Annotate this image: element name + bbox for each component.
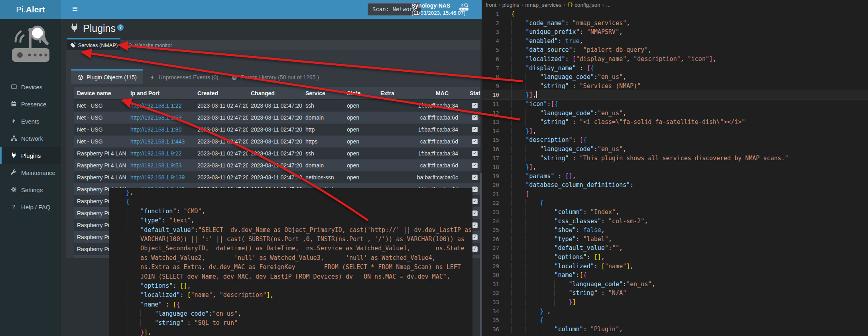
table-row[interactable]: Net - USGhttp://192.168.1.1:802023-03-11… bbox=[74, 124, 480, 136]
code-line[interactable]: 20 "database_column_definitions": bbox=[482, 181, 868, 190]
breadcrumb-item-nmap-services[interactable]: nmap_services bbox=[525, 2, 561, 8]
code-line[interactable]: 7 "display_name" : [{ bbox=[482, 64, 868, 73]
brand-logo[interactable]: Pi.Alert bbox=[0, 0, 61, 19]
tab-events-history[interactable]: Events History (50 out of 1265 ) bbox=[225, 69, 325, 84]
help-badge[interactable]: ? bbox=[117, 24, 124, 31]
breadcrumb-item-config-json[interactable]: {}config.json bbox=[567, 2, 600, 8]
code-line[interactable]: 15 "description": [{ bbox=[482, 136, 868, 145]
table-row[interactable]: Raspberry Pi 4 LANhttp://192.168.1.9:532… bbox=[74, 159, 480, 171]
cell-state: open bbox=[344, 138, 378, 145]
code-line[interactable]: 6 "localized": ["display_name", "descrip… bbox=[482, 55, 868, 64]
ip-port-link[interactable]: http://192.168.1.1:443 bbox=[130, 138, 185, 145]
code-line[interactable]: 26 "type": "label", bbox=[482, 235, 868, 244]
table-row[interactable]: Raspberry Pi 4 LANhttp://192.168.1.9:222… bbox=[74, 147, 480, 159]
table-row[interactable]: Net - USGhttp://192.168.1.1:4432023-03-1… bbox=[74, 136, 480, 147]
tab-website-monitor[interactable]: Website monitor bbox=[120, 40, 178, 51]
code-line[interactable]: 28 "options": [], bbox=[482, 253, 868, 262]
tab-plugin-objects[interactable]: Plugin Objects (115) bbox=[71, 69, 143, 84]
ip-port-link[interactable]: http://192.168.1.1:53 bbox=[130, 114, 181, 121]
line-number: 18 bbox=[482, 163, 499, 172]
code-line[interactable]: 32 "string" : "N/A" bbox=[482, 289, 868, 298]
code-line[interactable]: 8 "language_code":"en_us", bbox=[482, 73, 868, 82]
code-line[interactable]: 33 }] bbox=[482, 298, 868, 307]
code-line[interactable]: 13 "string" : "<i class=\"fa-solid fa-sa… bbox=[482, 118, 868, 127]
code-line[interactable]: 35 { bbox=[482, 316, 868, 325]
status-checkbox[interactable] bbox=[472, 115, 478, 120]
status-checkbox[interactable] bbox=[472, 139, 478, 144]
status-checkbox[interactable] bbox=[472, 175, 478, 180]
code-line[interactable]: 14 }], bbox=[482, 127, 868, 136]
code-line[interactable]: 34 } , bbox=[482, 307, 868, 316]
code-line[interactable]: 4 "enabled": true, bbox=[482, 37, 868, 46]
code-line[interactable]: 3 "unique_prefix": "NMAPSRV", bbox=[482, 28, 868, 37]
table-row[interactable]: Net - USGhttp://192.168.1.1:532023-03-11… bbox=[74, 112, 480, 124]
status-checkbox[interactable] bbox=[472, 103, 478, 108]
status-checkbox[interactable] bbox=[472, 222, 478, 228]
sidebar-item-label: Maintenance bbox=[21, 169, 55, 176]
status-checkbox[interactable] bbox=[472, 127, 478, 132]
router-scan-icon[interactable] bbox=[459, 3, 469, 13]
code-line[interactable]: 5 "data_source": "pialert-db-query", bbox=[482, 45, 868, 55]
vscode-editor[interactable]: front›plugins›nmap_services›{}config.jso… bbox=[482, 0, 868, 336]
status-checkbox[interactable] bbox=[472, 163, 478, 168]
code-line[interactable]: 1{ bbox=[482, 10, 868, 19]
ip-port-link[interactable]: http://192.168.1.9:53 bbox=[130, 162, 181, 169]
ip-port-link[interactable]: http://192.168.1.1:80 bbox=[130, 126, 181, 133]
breadcrumb-item-[interactable]: ... bbox=[606, 2, 610, 8]
sidebar-item-events[interactable]: Events bbox=[0, 113, 61, 130]
sidebar-item-maintenance[interactable]: Maintenance bbox=[0, 164, 61, 181]
code-line[interactable]: 21 [ bbox=[482, 190, 868, 199]
code-line[interactable]: 30 "name":[{ bbox=[482, 271, 868, 280]
sidebar-item-help-faq[interactable]: ?Help / FAQ bbox=[0, 198, 61, 216]
code-line[interactable]: 36 "column": "Plugin", bbox=[482, 325, 868, 334]
table-row[interactable]: Raspberry Pi 4 LANhttp://192.168.1.9:139… bbox=[74, 171, 480, 183]
ip-port-link[interactable]: http://192.168.1.1:22 bbox=[130, 102, 181, 109]
column-header-ip-and-port[interactable]: Ip and Port bbox=[128, 90, 195, 96]
breadcrumb-item-front[interactable]: front bbox=[486, 2, 496, 8]
breadcrumb-item-plugins[interactable]: plugins bbox=[502, 2, 520, 8]
code-line[interactable]: 19 "params" : [], bbox=[482, 172, 868, 181]
code-line[interactable]: 24 "css_classes": "col-sm-2", bbox=[482, 217, 868, 226]
column-header-mac[interactable]: MAC bbox=[409, 90, 460, 96]
code-line[interactable]: 16 "language_code":"en_us", bbox=[482, 145, 868, 154]
code-line[interactable]: 29 "localized": ["name"], bbox=[482, 262, 868, 271]
status-checkbox[interactable] bbox=[472, 246, 478, 252]
code-line[interactable]: 18 }], bbox=[482, 163, 868, 172]
column-header-state[interactable]: State bbox=[344, 90, 378, 96]
status-checkbox[interactable] bbox=[472, 210, 478, 216]
code-line[interactable]: 27 "default_value":"", bbox=[482, 244, 868, 253]
code-line[interactable]: 31 "language_code":"en_us", bbox=[482, 280, 868, 289]
status-checkbox[interactable] bbox=[472, 234, 478, 240]
sidebar-item-presence[interactable]: Presence bbox=[0, 96, 61, 113]
code-line[interactable]: 25 "show": false, bbox=[482, 226, 868, 235]
sidebar-item-network[interactable]: Network bbox=[0, 130, 61, 147]
sidebar-item-plugins[interactable]: Plugins bbox=[0, 147, 61, 164]
cell-created: 2023-03-11 02:47:20 bbox=[195, 138, 248, 145]
code-line[interactable]: 17 "string" : "This plugin shows all ser… bbox=[482, 154, 868, 163]
column-header-device-name[interactable]: Device name bbox=[74, 90, 128, 96]
column-header-changed[interactable]: Changed bbox=[248, 90, 303, 96]
column-header-service[interactable]: Service bbox=[303, 90, 344, 96]
ip-port-link[interactable]: http://192.168.1.9:22 bbox=[130, 150, 181, 157]
code-line[interactable]: 11 "icon":[{ bbox=[482, 100, 868, 109]
code-line[interactable]: 12 "language_code":"en_us", bbox=[482, 109, 868, 118]
code-line[interactable]: 10 }], bbox=[482, 90, 868, 100]
hamburger-menu-icon[interactable]: ≡ bbox=[66, 0, 84, 19]
column-header-created[interactable]: Created bbox=[195, 90, 248, 96]
column-header-status[interactable]: Status bbox=[460, 90, 480, 96]
table-row[interactable]: Net - USGhttp://192.168.1.1:222023-03-11… bbox=[74, 100, 480, 112]
sidebar-item-settings[interactable]: Settings bbox=[0, 181, 61, 198]
code-line[interactable]: 22 { bbox=[482, 198, 868, 208]
status-checkbox[interactable] bbox=[472, 187, 478, 192]
status-checkbox[interactable] bbox=[472, 198, 478, 204]
code-line[interactable]: 2 "code_name": "nmap_services", bbox=[482, 19, 868, 28]
ip-port-link[interactable]: http://192.168.1.9:139 bbox=[130, 174, 185, 181]
status-checkbox[interactable] bbox=[472, 151, 478, 156]
editor-code-area[interactable]: 1{2 "code_name": "nmap_services",3 "uniq… bbox=[482, 10, 868, 334]
code-line[interactable]: 23 "column": "Index", bbox=[482, 208, 868, 217]
tab-unprocessed-events[interactable]: Unprocessed Events (0) bbox=[143, 69, 225, 84]
code-line[interactable]: 9 "string" : "Services (NMAP)" bbox=[482, 82, 868, 91]
sidebar-item-devices[interactable]: Devices bbox=[0, 79, 61, 96]
tab-services-nmap[interactable]: Services (NMAP) bbox=[67, 38, 120, 51]
column-header-extra[interactable]: Extra bbox=[378, 90, 409, 96]
